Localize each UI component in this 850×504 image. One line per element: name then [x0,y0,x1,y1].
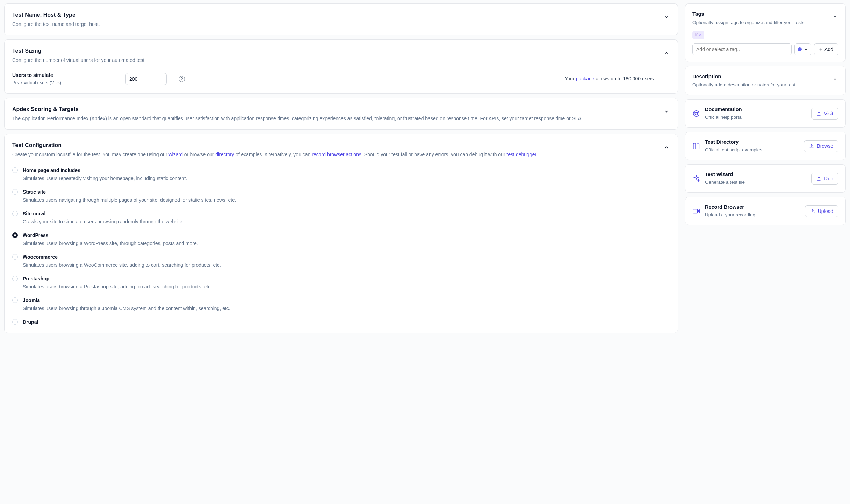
svg-line-5 [694,114,695,115]
config-option[interactable]: Static siteSimulates users navigating th… [12,188,670,204]
chevron-up-icon[interactable] [831,13,838,20]
description-subtitle: Optionally add a description or notes fo… [692,81,826,88]
color-dot-icon [798,47,802,51]
radio-icon[interactable] [12,297,18,303]
sidebar-tags: Tags Optionally assign tags to organize … [685,3,846,62]
action-button[interactable]: Browse [804,140,838,152]
section-apdex: Apdex Scoring & Targets The Application … [4,98,678,130]
action-title: Documentation [705,106,806,114]
description-title: Description [692,73,826,81]
tags-title: Tags [692,10,826,18]
users-label: Users to simulate [12,72,117,79]
chevron-down-icon[interactable] [663,14,670,21]
radio-icon[interactable] [12,232,18,238]
tag-input[interactable] [692,43,792,55]
config-option[interactable]: Home page and includesSimulates users re… [12,167,670,182]
debugger-link[interactable]: test debugger [507,152,536,157]
option-desc: Simulates users browsing a Prestashop si… [23,283,212,290]
option-desc: Simulates users repeatedly visiting your… [23,175,187,182]
package-link[interactable]: package [576,76,595,81]
tag-color-select[interactable] [794,43,811,55]
chevron-up-icon[interactable] [663,50,670,57]
svg-line-4 [697,111,698,113]
sidebar-action: Test WizardGenerate a test fileRun [685,164,846,193]
section-subtitle: Create your custom locustfile for the te… [12,151,657,159]
plus-icon: + [819,46,822,52]
sidebar-action: Record BrowserUpload a your recordingUpl… [685,197,846,225]
radio-icon[interactable] [12,254,18,260]
section-test-sizing: Test Sizing Configure the number of virt… [4,39,678,94]
option-title: Prestashop [23,275,212,282]
section-title: Test Name, Host & Type [12,11,657,19]
section-test-name: Test Name, Host & Type Configure the tes… [4,3,678,35]
option-desc: Simulates users browsing a WooCommerce s… [23,261,221,269]
action-sub: Official help portal [705,114,806,121]
option-desc: Simulates users navigating through multi… [23,196,236,204]
life-ring-icon [692,110,700,117]
action-title: Test Directory [705,138,799,146]
config-option[interactable]: PrestashopSimulates users browsing a Pre… [12,275,670,290]
tag-label: lf [695,32,697,38]
option-desc: Simulates users browsing through a Jooml… [23,305,230,312]
action-title: Test Wizard [705,171,806,179]
record-link[interactable]: record browser actions [312,152,361,157]
section-subtitle: Configure the number of virtual users fo… [12,57,657,64]
option-title: Static site [23,188,236,196]
wizard-link[interactable]: wizard [168,152,182,157]
config-option[interactable]: WoocommerceSimulates users browsing a Wo… [12,253,670,269]
option-title: Home page and includes [23,167,187,174]
option-title: WordPress [23,232,198,239]
radio-icon[interactable] [12,319,18,325]
users-hint: Peak virtual users (VUs) [12,79,117,86]
option-title: Drupal [23,318,38,326]
svg-point-1 [695,112,697,115]
action-sub: Generate a test file [705,179,806,186]
action-button[interactable]: Upload [805,205,838,217]
chevron-down-icon [804,47,808,51]
svg-rect-9 [693,209,698,213]
section-title: Test Sizing [12,47,657,55]
option-title: Site crawl [23,210,184,217]
package-text: Your package allows up to 180,000 users. [565,75,670,82]
close-icon[interactable]: ✕ [699,32,702,38]
action-button[interactable]: Visit [811,108,838,120]
sidebar-description: Description Optionally add a description… [685,66,846,95]
sparkle-icon [692,175,700,182]
config-option[interactable]: JoomlaSimulates users browsing through a… [12,297,670,312]
section-subtitle: The Application Performance Index (Apdex… [12,115,657,122]
config-option[interactable]: Drupal [12,318,670,326]
option-title: Joomla [23,297,230,304]
section-title: Apdex Scoring & Targets [12,105,657,114]
chevron-down-icon[interactable] [663,108,670,115]
book-icon [692,142,700,150]
sidebar-action: Test DirectoryOfficial test script examp… [685,132,846,160]
radio-icon[interactable] [12,189,18,195]
chevron-up-icon[interactable] [663,144,670,151]
action-sub: Official test script examples [705,146,799,153]
section-title: Test Configuration [12,141,657,150]
action-button[interactable]: Run [811,173,838,185]
config-option[interactable]: Site crawlCrawls your site to simulate u… [12,210,670,225]
radio-icon[interactable] [12,211,18,216]
video-icon [692,207,700,215]
svg-line-2 [694,111,695,113]
option-title: Woocommerce [23,253,221,261]
users-input[interactable] [125,73,167,85]
svg-line-3 [697,114,698,115]
tag-pill[interactable]: lf ✕ [692,31,704,39]
chevron-down-icon[interactable] [831,75,838,82]
action-sub: Upload a your recording [705,211,800,218]
section-test-config: Test Configuration Create your custom lo… [4,134,678,333]
section-subtitle: Configure the test name and target host. [12,21,657,28]
add-tag-button[interactable]: + Add [814,43,838,55]
option-desc: Crawls your site to simulate users brows… [23,218,184,225]
radio-icon[interactable] [12,276,18,281]
radio-icon[interactable] [12,167,18,173]
config-option[interactable]: WordPressSimulates users browsing a Word… [12,232,670,247]
action-title: Record Browser [705,203,800,211]
sidebar-action: DocumentationOfficial help portalVisit [685,99,846,128]
directory-link[interactable]: directory [215,152,234,157]
help-icon[interactable]: ? [179,76,185,82]
option-desc: Simulates users browsing a WordPress sit… [23,240,198,247]
tags-subtitle: Optionally assign tags to organize and f… [692,19,826,26]
